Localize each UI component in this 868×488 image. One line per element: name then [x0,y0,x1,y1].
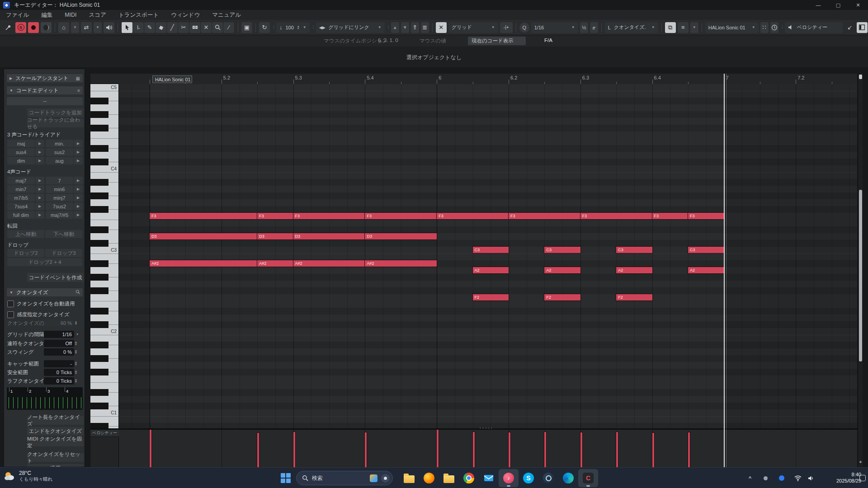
velocity-dropdown-icon[interactable]: ▼ [303,25,307,29]
snap-type-dropdown[interactable]: グリッド▼ [448,22,498,33]
black-key[interactable] [90,355,108,362]
midi-note[interactable]: C3 [544,247,580,253]
velocity-stepper[interactable]: ▲▼ [297,25,300,30]
velocity-bar[interactable] [580,432,582,467]
tray-overflow-chevron[interactable]: ^ [744,468,756,488]
length-quantize-dropdown[interactable]: L クオンタイズ. ▼ [605,22,658,33]
chord-button-minj7[interactable]: minj7 [46,194,73,202]
quantize-panel-header[interactable]: ▼ クオンタイズ [7,288,83,296]
reset-quantize-button[interactable]: クオンタイズをリセット [27,453,84,462]
chord-variant-arrow[interactable]: ▶ [35,185,44,193]
stepper-icon[interactable]: ▲ ▼ [75,360,80,367]
trim-tool-icon[interactable]: ╱ [167,22,178,33]
midi-note[interactable]: A#2 [293,260,365,267]
black-key[interactable] [90,423,108,428]
stepper-icon[interactable]: ▲ ▼ [75,377,80,385]
add-chord-track-button[interactable]: コードトラックを追加 [27,108,84,117]
chord-button-dim[interactable]: dim [7,157,35,164]
chord-button-aug[interactable]: aug [46,157,73,164]
inversion-button-0[interactable]: 上へ移動 [7,230,44,238]
midi-note[interactable]: F3 [293,213,365,219]
maximize-button[interactable]: ▢ [828,0,848,10]
scale-assistant-header[interactable]: ▶ スケールアシスタント ▦ [7,74,83,82]
chord-variant-arrow[interactable]: ▶ [35,177,44,184]
show-note-expression-button[interactable]: ⧉ [665,22,676,33]
menu-item-3[interactable]: スコア [89,11,106,19]
quantize-row-value-1[interactable]: 1/16 [44,331,74,338]
chord-button-min7[interactable]: min7 [7,185,35,193]
insert-velocity-value[interactable]: 100 [286,25,294,30]
stepper-icon[interactable]: ▲ ▼ [75,319,80,327]
snap-adjust-button[interactable]: -|+ [500,22,513,33]
scrollbar-top-button[interactable] [859,75,862,79]
chord-button-maj7[interactable]: maj7 [7,177,35,184]
show-left-zone-button[interactable] [857,22,868,33]
piano-keyboard[interactable]: C5C4C3C2C1 [90,84,119,428]
metronome-icon[interactable] [770,22,778,33]
chord-button-min.[interactable]: min. [46,140,73,147]
chord-button-min6[interactable]: min6 [46,185,73,193]
black-key[interactable] [90,159,108,165]
velocity-bar[interactable] [365,432,367,467]
tray-icon[interactable] [760,468,771,488]
velocity-bar[interactable] [688,432,690,467]
lane-resize-handle[interactable]: ····· [479,424,494,431]
black-key[interactable] [90,389,108,396]
midi-note[interactable]: A2 [473,267,509,273]
chord-button-7[interactable]: 7 [46,177,73,184]
midi-note[interactable]: F2 [473,294,509,300]
create-chord-event-button[interactable]: コードイベントを作成 [27,273,84,282]
black-key[interactable] [90,226,108,233]
quantize-action-button-2[interactable]: MIDI クオンタイズを固定 [27,438,84,446]
step-input-dropdown[interactable]: ▼ [94,22,102,33]
stepper-icon[interactable]: ▲ ▼ [75,348,80,356]
black-key[interactable] [90,145,108,152]
chord-button-maj[interactable]: maj [7,140,35,147]
vertical-scrollbar[interactable]: + [858,74,863,467]
quantize-row-value-3[interactable]: 0 % [44,348,74,356]
iterative-quantize-icon[interactable]: ½ [580,22,588,33]
match-chord-track-button[interactable]: コードトラックに合わせる [27,119,84,127]
notification-icon[interactable] [858,468,867,488]
transpose-up-button[interactable]: ▲ [391,22,399,33]
chord-button-maj7/#5[interactable]: maj7/#5 [46,211,73,219]
drop-2-4-button[interactable]: ドロップ2 + 4 [7,258,82,266]
black-key[interactable] [90,98,108,104]
zoom-tool-icon[interactable] [212,22,223,33]
link-to-grid-dropdown[interactable]: ◀▶ グリッドにリンク ▼ [316,22,385,33]
quantize-row-value-5[interactable]: 0 Ticks [44,369,74,376]
midi-note[interactable]: D3 [365,233,437,239]
quantize-preset-dropdown[interactable]: 1/16▼ [531,22,578,33]
midi-note[interactable]: F3 [580,213,652,219]
part-selector-dropdown[interactable]: HALion Sonic 01 ▼ [705,22,759,33]
playhead-cursor[interactable] [724,74,725,467]
more-nudge-button[interactable]: ≣ [421,22,429,33]
stepper-icon[interactable]: ▲ ▼ [75,340,80,347]
chord-button-7sus4[interactable]: 7sus4 [7,202,35,210]
velocity-bar[interactable] [257,433,259,467]
chord-variant-arrow[interactable]: ▶ [74,211,83,219]
quantize-row-value-4[interactable]: - [44,360,74,367]
keyboard-focus-icon[interactable]: ↙ [844,22,855,33]
black-key[interactable] [90,308,108,314]
auto-apply-checkbox[interactable] [7,300,14,307]
auto-select-controllers-button[interactable]: ▣ [241,22,252,33]
midi-note[interactable]: A#2 [150,260,257,267]
range-tool-icon[interactable]: I▪ [133,22,144,33]
timeline-ruler[interactable]: 5.25.35.466.26.36.477.2 [119,74,857,84]
black-key[interactable] [90,240,108,247]
chord-variant-arrow[interactable]: ▶ [74,185,83,193]
midi-note[interactable]: C3 [473,247,509,253]
midi-note[interactable]: A#2 [257,260,293,267]
quantize-row-value-2[interactable]: Off [44,340,74,347]
chord-edit-header[interactable]: ▼ コードエディット ≡ [7,86,83,94]
glue-tool-icon[interactable] [189,22,200,33]
chord-button-full dim[interactable]: full dim [7,211,35,219]
mute-tool-icon[interactable]: ✕ [201,22,212,33]
chord-button-sus4[interactable]: sus4 [7,148,35,156]
chord-variant-arrow[interactable]: ▶ [35,157,44,164]
insert-velocity-group[interactable]: ↓ 100 ▲▼ ▼ [276,22,310,33]
stepper-icon[interactable]: ▲ ▼ [75,369,80,376]
velocity-lane[interactable] [119,430,857,467]
midi-note[interactable]: C3 [616,247,652,253]
